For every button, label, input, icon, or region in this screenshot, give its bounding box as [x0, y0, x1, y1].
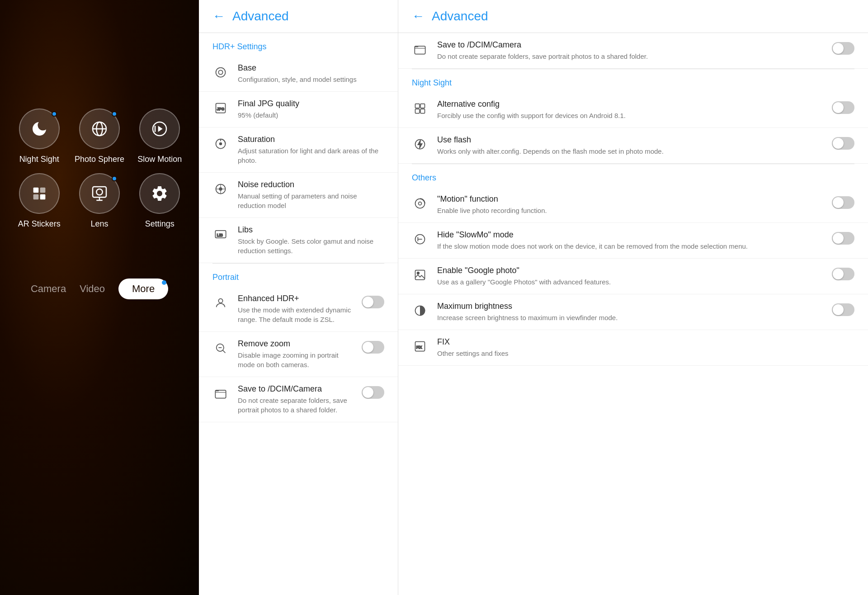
google-photo-text: Enable "Google photo" Use as a gallery "… [437, 266, 823, 287]
save-dcim-right-name: Save to /DCIM/Camera [437, 40, 823, 50]
enhanced-hdr-icon [212, 295, 229, 311]
noise-reduction-icon [212, 181, 229, 197]
svg-rect-32 [415, 104, 420, 108]
jpg-quality-desc: 95% (default) [238, 110, 384, 120]
setting-max-brightness[interactable]: Maximum brightness Increase screen brigh… [398, 294, 868, 330]
slow-motion-label: Slow Motion [137, 155, 182, 164]
setting-save-dcim-right[interactable]: Save to /DCIM/Camera Do not create separ… [398, 33, 868, 69]
camera-modes-grid: Night Sight Photo Sphere [0, 72, 199, 242]
save-dcim-middle-toggle[interactable] [362, 386, 384, 399]
use-flash-toggle[interactable] [832, 137, 854, 150]
save-dcim-right-toggle[interactable] [832, 42, 854, 55]
alt-config-toggle[interactable] [832, 101, 854, 114]
svg-point-10 [96, 189, 102, 195]
enhanced-hdr-toggle[interactable] [362, 296, 384, 308]
portrait-section-label: Portrait [199, 264, 398, 287]
setting-use-flash[interactable]: Use flash Works only with alter.config. … [398, 128, 868, 164]
max-brightness-text: Maximum brightness Increase screen brigh… [437, 302, 823, 322]
setting-motion-function[interactable]: "Motion" function Enable live photo reco… [398, 187, 868, 223]
folder-save-icon [414, 43, 426, 56]
more-tab-dot [162, 280, 166, 285]
setting-hide-slowmo[interactable]: Hide "SlowMo" mode If the slow motion mo… [398, 223, 868, 259]
right-back-button[interactable]: ← [412, 9, 425, 24]
setting-jpg-quality[interactable]: JPG Final JPG quality 95% (default) [199, 92, 398, 128]
svg-rect-5 [33, 188, 38, 193]
setting-google-photo[interactable]: Enable "Google photo" Use as a gallery "… [398, 259, 868, 294]
zoom-icon [214, 342, 227, 354]
folder-icon [214, 387, 227, 400]
setting-enhanced-hdr[interactable]: Enhanced HDR+ Use the mode with extended… [199, 287, 398, 332]
slowmo-icon [414, 233, 426, 246]
camera-mode-settings[interactable]: Settings [134, 173, 185, 229]
max-brightness-toggle[interactable] [832, 303, 854, 316]
fix-name: FIX [437, 337, 854, 347]
setting-libs[interactable]: LIB Libs Stock by Google. Sets color gam… [199, 218, 398, 263]
svg-point-41 [417, 272, 420, 274]
base-text: Base Configuration, style, and model set… [238, 63, 384, 84]
tab-more[interactable]: More [118, 279, 168, 299]
saturation-icon [212, 136, 229, 152]
night-sight-icon-circle [19, 109, 60, 149]
use-flash-desc: Works only with alter.config. Depends on… [437, 146, 823, 156]
save-dcim-middle-name: Save to /DCIM/Camera [238, 384, 353, 394]
setting-save-dcim-middle[interactable]: Save to /DCIM/Camera Do not create separ… [199, 377, 398, 422]
right-panel: ← Advanced Save to /DCIM/Camera Do not c… [398, 0, 868, 595]
svg-text:FIX: FIX [416, 345, 422, 349]
use-flash-name: Use flash [437, 135, 823, 145]
save-dcim-middle-text: Save to /DCIM/Camera Do not create separ… [238, 384, 353, 415]
motion-circle-icon [414, 197, 426, 210]
save-dcim-right-icon [412, 41, 428, 57]
ar-stickers-icon [30, 184, 48, 203]
hide-slowmo-toggle[interactable] [832, 232, 854, 245]
camera-tabs: Camera Video More [0, 260, 199, 317]
middle-panel: ← Advanced HDR+ Settings Base Configurat… [199, 0, 398, 595]
lens-label: Lens [90, 219, 108, 229]
middle-settings-list: HDR+ Settings Base Configuration, style,… [199, 33, 398, 595]
tab-video[interactable]: Video [80, 283, 105, 295]
setting-fix[interactable]: FIX FIX Other settings and fixes [398, 330, 868, 366]
google-photo-toggle[interactable] [832, 268, 854, 280]
remove-zoom-text: Remove zoom Disable image zooming in por… [238, 339, 353, 369]
hdr-section-label: HDR+ Settings [199, 33, 398, 56]
right-title: Advanced [432, 9, 488, 24]
saturation-desc: Adjust saturation for light and dark are… [238, 146, 384, 165]
base-icon [212, 64, 229, 80]
camera-mode-slow-motion[interactable]: Slow Motion [134, 109, 185, 164]
lens-icon [90, 184, 108, 203]
motion-function-text: "Motion" function Enable live photo reco… [437, 194, 823, 215]
saturation-dial-icon [214, 137, 227, 150]
alt-config-desc: Forcibly use the config with support for… [437, 111, 823, 120]
lens-icon-circle [79, 173, 120, 214]
setting-alt-config[interactable]: Alternative config Forcibly use the conf… [398, 92, 868, 128]
middle-back-button[interactable]: ← [212, 9, 225, 24]
camera-mode-night-sight[interactable]: Night Sight [14, 109, 65, 164]
photo-sphere-label: Photo Sphere [75, 155, 124, 164]
alt-config-name: Alternative config [437, 99, 823, 109]
remove-zoom-toggle[interactable] [362, 341, 384, 354]
tab-camera[interactable]: Camera [31, 283, 66, 295]
left-panel: Night Sight Photo Sphere [0, 0, 199, 595]
camera-mode-ar-stickers[interactable]: AR Stickers [14, 173, 65, 229]
camera-mode-lens[interactable]: Lens [74, 173, 125, 229]
middle-title: Advanced [232, 9, 289, 24]
svg-rect-6 [40, 188, 45, 193]
person-icon [214, 297, 227, 309]
grid-icon [214, 183, 227, 195]
libs-text: Libs Stock by Google. Sets color gamut a… [238, 225, 384, 255]
hide-slowmo-name: Hide "SlowMo" mode [437, 230, 823, 240]
middle-header: ← Advanced [199, 0, 398, 33]
motion-function-name: "Motion" function [437, 194, 823, 204]
setting-saturation[interactable]: Saturation Adjust saturation for light a… [199, 128, 398, 173]
night-sight-section-label: Night Sight [398, 69, 868, 92]
motion-function-toggle[interactable] [832, 196, 854, 209]
camera-mode-photo-sphere[interactable]: Photo Sphere [74, 109, 125, 164]
setting-base[interactable]: Base Configuration, style, and model set… [199, 56, 398, 92]
hide-slowmo-icon [412, 231, 428, 247]
remove-zoom-name: Remove zoom [238, 339, 353, 349]
slow-motion-icon [151, 120, 169, 138]
enhanced-hdr-desc: Use the mode with extended dynamic range… [238, 305, 353, 324]
svg-rect-9 [93, 187, 106, 197]
svg-rect-34 [415, 109, 420, 113]
setting-remove-zoom[interactable]: Remove zoom Disable image zooming in por… [199, 332, 398, 377]
setting-noise-reduction[interactable]: Noise reduction Manual setting of parame… [199, 173, 398, 218]
